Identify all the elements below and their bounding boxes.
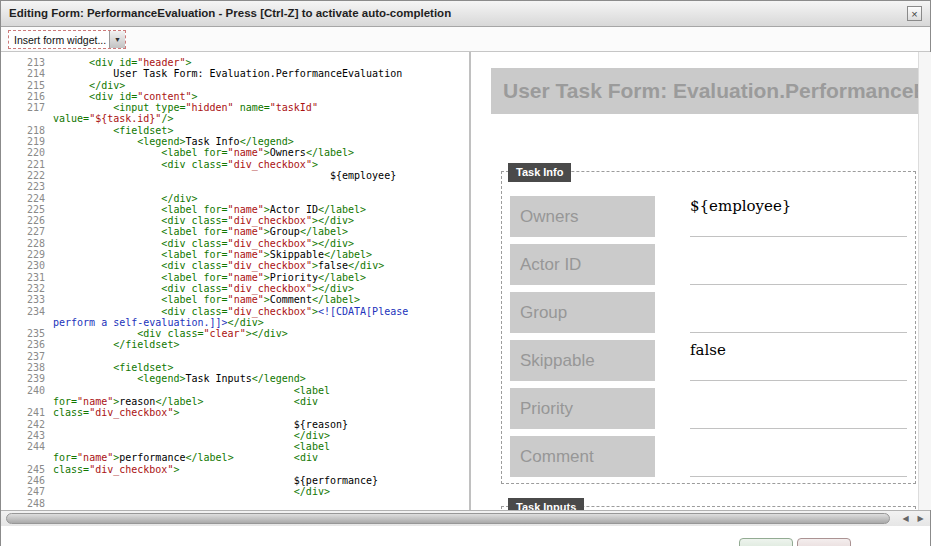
line-number: 247 [1,486,53,497]
code-text: <div class="div_checkbox">false</div> [53,260,384,271]
code-lines-container: 213 <div id="header">214 User Task Form:… [1,57,469,509]
horizontal-scrollbar-arrows: ◀ ▶ [899,512,927,525]
task-inputs-legend: Task Inputs [508,498,584,510]
line-number: 223 [1,181,53,192]
code-text: <label for="name">Comment</label> [53,294,360,305]
code-line: 240 <label [1,385,469,396]
line-number [1,452,53,463]
line-number: 214 [1,68,53,79]
action-button-right[interactable] [797,538,851,546]
form-field-row: Priority [510,388,907,429]
code-text: <fieldset> [53,362,173,373]
line-number: 231 [1,272,53,283]
line-number: 221 [1,159,53,170]
line-number: 246 [1,475,53,486]
preview-form-title: User Task Form: Evaluation.PerformanceEv… [503,79,931,102]
code-line: 235 <div class="clear"></div> [1,328,469,339]
code-text: <label for="name">Priority</label> [53,272,366,283]
code-text: </div> [53,80,125,91]
line-number: 228 [1,238,53,249]
close-button[interactable]: × [907,6,922,21]
preview-vertical-scrollbar[interactable] [918,52,931,510]
line-number: 248 [1,498,53,509]
code-text: </div> [53,193,198,204]
action-button-left[interactable] [739,538,793,546]
form-field-row: Group [510,292,907,333]
field-label: Group [510,292,655,333]
code-line: 244 <label [1,441,469,452]
insert-widget-dropdown[interactable]: Insert form widget... ▼ [8,30,126,49]
field-value [690,388,907,429]
line-number: 236 [1,339,53,350]
code-line: value="${task.id}"/> [1,113,469,124]
code-line: 223 [1,181,469,192]
code-text: <label [53,385,330,396]
line-number: 234 [1,306,53,317]
line-number: 230 [1,260,53,271]
bottom-bar [1,526,930,546]
field-value [690,292,907,333]
code-text: <div id="content"> [53,91,198,102]
main-split: 213 <div id="header">214 User Task Form:… [1,52,930,510]
code-text: class="div_checkbox"> [53,407,179,418]
code-text: </div> [53,486,330,497]
title-bar[interactable]: Editing Form: PerformanceEvaluation - Pr… [1,1,930,27]
code-text: perform a self-evaluation.]]></div> [53,317,264,328]
line-number: 216 [1,91,53,102]
line-number: 243 [1,430,53,441]
code-text: <fieldset> [53,125,173,136]
line-number: 215 [1,80,53,91]
line-number: 218 [1,125,53,136]
horizontal-scrollbar[interactable]: ◀ ▶ [1,510,930,526]
line-number: 241 [1,407,53,418]
scroll-left-icon[interactable]: ◀ [899,514,912,523]
field-value: ${employee} [690,196,907,237]
code-line: 225 <label for="name">Actor ID</label> [1,204,469,215]
code-line: 247 </div> [1,486,469,497]
form-field-row: Owners${employee} [510,196,907,237]
code-line: 224 </div> [1,193,469,204]
line-number [1,113,53,124]
code-line: 227 <label for="name">Group</label> [1,226,469,237]
code-line: 216 <div id="content"> [1,91,469,102]
code-text: <label for="name">Group</label> [53,226,348,237]
code-line: 248 [1,498,469,509]
code-line: 238 <fieldset> [1,362,469,373]
code-line: 214 User Task Form: Evaluation.Performan… [1,68,469,79]
code-text: <label for="name">Skippable</label> [53,249,372,260]
code-text: for="name">reason</label> <div [53,396,318,407]
scroll-right-icon[interactable]: ▶ [914,514,927,523]
code-text: class="div_checkbox"> [53,464,179,475]
code-line: 228 <div class="div_checkbox"></div> [1,238,469,249]
code-line: 229 <label for="name">Skippable</label> [1,249,469,260]
code-text: <legend>Task Inputs</legend> [53,373,306,384]
chevron-down-icon[interactable]: ▼ [109,31,125,48]
code-line: 215 </div> [1,80,469,91]
form-editor-dialog: Editing Form: PerformanceEvaluation - Pr… [0,0,931,546]
code-line: 220 <label for="name">Owners</label> [1,147,469,158]
field-value [690,244,907,285]
field-label: Owners [510,196,655,237]
line-number: 219 [1,136,53,147]
form-field-row: Actor ID [510,244,907,285]
horizontal-scrollbar-thumb[interactable] [6,513,890,524]
code-text: <div class="div_checkbox"> [53,159,318,170]
line-number: 220 [1,147,53,158]
line-number: 213 [1,57,53,68]
code-text: ${performance} [53,475,378,486]
line-number: 225 [1,204,53,215]
toolbar: Insert form widget... ▼ [1,27,930,52]
code-line: 237 [1,351,469,362]
task-info-legend: Task Info [508,163,571,182]
code-editor[interactable]: 213 <div id="header">214 User Task Form:… [1,52,469,510]
line-number: 242 [1,419,53,430]
line-number: 224 [1,193,53,204]
code-text: <legend>Task Info</legend> [53,136,294,147]
line-number: 235 [1,328,53,339]
code-line: 218 <fieldset> [1,125,469,136]
code-text: ${employee} [53,170,396,181]
code-text: for="name">performance</label> <div [53,452,318,463]
preview-form-header: User Task Form: Evaluation.PerformanceEv… [491,68,931,114]
code-line: 236 </fieldset> [1,339,469,350]
field-value: false [690,340,907,381]
